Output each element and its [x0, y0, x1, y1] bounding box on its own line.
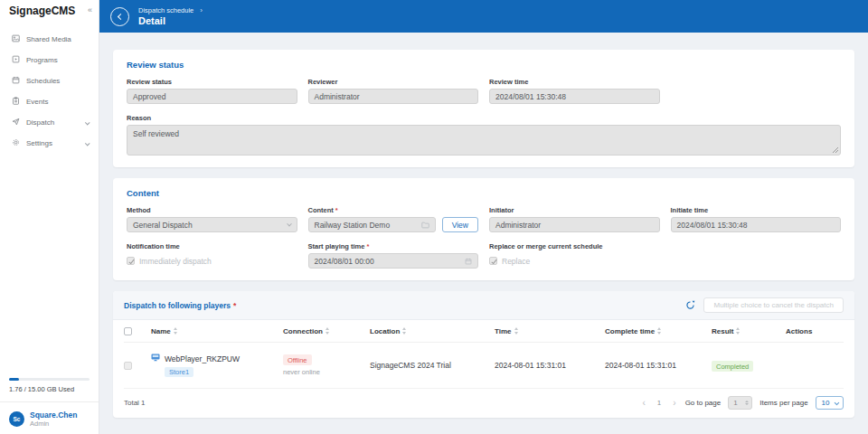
- sort-icon: [657, 327, 661, 335]
- chevron-down-icon: [85, 140, 90, 145]
- method-label: Method: [127, 206, 297, 214]
- user-profile[interactable]: Sc Square.Chen Admin: [9, 410, 90, 428]
- sidebar-collapse-icon[interactable]: «: [88, 5, 92, 15]
- column-header-location[interactable]: Location: [370, 327, 495, 335]
- content-field: Railway Station Demo: [308, 217, 436, 232]
- content-area: Review status Review status Approved Rev…: [99, 33, 868, 434]
- initiator-field: Administrator: [489, 217, 660, 232]
- review-status-card: Review status Review status Approved Rev…: [113, 50, 854, 167]
- content-card: Content Method General Dispatch Content*: [113, 178, 854, 280]
- complete-time: 2024-08-01 15:31:01: [605, 361, 712, 370]
- storage-progress-fill: [9, 378, 19, 381]
- pagination-page-1[interactable]: 1: [655, 399, 664, 407]
- refresh-icon[interactable]: [685, 300, 695, 310]
- required-mark: *: [366, 242, 369, 250]
- sidebar-item-settings[interactable]: Settings: [0, 133, 99, 154]
- goto-page-input: 1: [728, 396, 752, 410]
- immediately-dispatch-label: Immediately dispatch: [139, 257, 212, 266]
- player-location: SignageCMS 2024 Trial: [370, 361, 495, 370]
- sidebar: SignageCMS « Shared Media Programs Sched…: [0, 0, 99, 434]
- breadcrumb: Dispatch schedule ›: [138, 6, 203, 14]
- sort-icon: [736, 327, 740, 335]
- user-name: Square.Chen: [30, 410, 77, 420]
- table-footer: Total 1 ‹ 1 › Go to page 1 Items per pag…: [113, 389, 854, 418]
- review-status-field: Approved: [127, 89, 297, 104]
- replace-checkbox-label: Replace: [502, 257, 530, 266]
- items-per-page-select[interactable]: 10: [816, 396, 844, 410]
- items-per-page-label: Items per page: [760, 399, 807, 407]
- initiator-label: Initiator: [489, 206, 660, 214]
- column-header-time[interactable]: Time: [495, 327, 605, 335]
- sidebar-item-schedules[interactable]: Schedules: [0, 71, 99, 91]
- reason-label: Reason: [127, 114, 841, 122]
- storage-usage-text: 1.76 / 15.00 GB Used: [9, 385, 90, 393]
- sidebar-item-label: Shared Media: [26, 35, 71, 43]
- sidebar-item-dispatch[interactable]: Dispatch: [0, 112, 99, 133]
- player-screen-icon: [151, 354, 160, 363]
- back-arrow-icon: [118, 13, 124, 19]
- review-time-field: 2024/08/01 15:30:48: [489, 89, 660, 104]
- column-header-actions: Actions: [786, 327, 844, 335]
- sidebar-item-shared-media[interactable]: Shared Media: [0, 29, 99, 50]
- start-playing-time-field: 2024/08/01 00:00: [308, 253, 479, 269]
- player-name[interactable]: WebPlayer_RKZPUW: [165, 354, 240, 363]
- immediately-dispatch-checkbox: [127, 257, 135, 265]
- back-button[interactable]: [110, 7, 129, 26]
- divider: [0, 401, 99, 402]
- breadcrumb-arrow-icon: ›: [200, 6, 203, 14]
- chevron-down-icon: [85, 119, 90, 124]
- column-header-complete-time[interactable]: Complete time: [605, 327, 712, 335]
- select-all-checkbox[interactable]: [124, 327, 132, 335]
- sort-icon: [402, 327, 406, 335]
- storage-progress-bar: [9, 378, 90, 381]
- sort-icon: [174, 327, 177, 335]
- app-logo-title: SignageCMS: [9, 5, 75, 17]
- avatar: Sc: [9, 411, 24, 427]
- method-select: General Dispatch: [127, 217, 297, 232]
- connection-sub-text: never online: [283, 368, 320, 376]
- review-time-label: Review time: [489, 78, 660, 86]
- dispatch-time: 2024-08-01 15:31:01: [495, 361, 605, 370]
- column-header-name[interactable]: Name: [151, 327, 283, 335]
- column-header-result[interactable]: Result: [712, 327, 786, 335]
- sidebar-menu: Shared Media Programs Schedules Events D…: [0, 29, 99, 154]
- view-button[interactable]: View: [442, 217, 478, 232]
- reason-textarea: Self reviewed: [127, 125, 841, 156]
- sort-icon: [326, 327, 329, 335]
- pagination-prev-icon: ‹: [640, 399, 646, 408]
- calendar-icon: [12, 76, 20, 86]
- player-group-tag: Store1: [165, 367, 193, 377]
- section-title-review: Review status: [127, 60, 841, 70]
- user-role: Admin: [30, 420, 77, 428]
- sidebar-item-programs[interactable]: Programs: [0, 50, 99, 71]
- review-status-label: Review status: [127, 78, 297, 86]
- players-card: Dispatch to following players* Multiple …: [113, 291, 854, 418]
- page-header: Dispatch schedule › Detail: [99, 0, 868, 33]
- folder-icon: [421, 222, 429, 229]
- breadcrumb-link[interactable]: Dispatch schedule: [138, 6, 193, 14]
- required-mark: *: [335, 206, 338, 214]
- clipboard-icon: [12, 97, 20, 107]
- sidebar-item-events[interactable]: Events: [0, 91, 99, 112]
- send-icon: [12, 118, 20, 127]
- row-checkbox: [124, 362, 132, 370]
- stepper-arrows-icon: [745, 401, 749, 406]
- section-title-content: Content: [127, 188, 841, 198]
- required-mark: *: [233, 301, 236, 310]
- chevron-down-icon: [834, 400, 838, 404]
- calendar-icon: [465, 258, 472, 265]
- image-icon: [12, 34, 20, 44]
- app-window: SignageCMS « Shared Media Programs Sched…: [0, 0, 868, 434]
- initiate-time-label: Initiate time: [671, 206, 842, 214]
- page-title: Detail: [138, 15, 203, 26]
- resize-handle: [833, 147, 838, 153]
- chevron-down-icon: [287, 221, 292, 226]
- program-icon: [12, 55, 20, 65]
- table-header: Name Connection Location Time Complete t…: [124, 320, 844, 343]
- column-header-connection[interactable]: Connection: [283, 327, 370, 335]
- sidebar-item-label: Settings: [26, 139, 52, 147]
- replace-checkbox: [489, 257, 497, 265]
- total-count: Total 1: [124, 399, 146, 407]
- result-badge: Completed: [712, 361, 753, 372]
- section-title-players: Dispatch to following players*: [124, 301, 236, 310]
